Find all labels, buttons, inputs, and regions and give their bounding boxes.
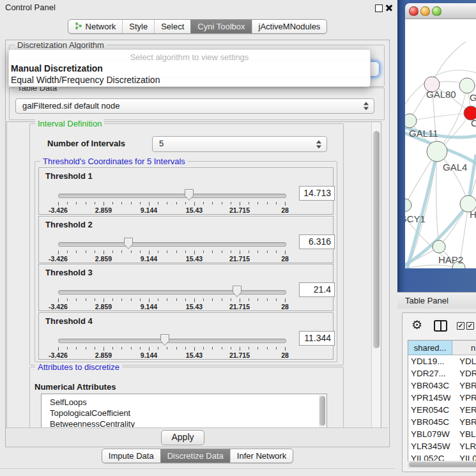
dropdown-item-equal-width-frequency-discretization[interactable]: Equal Width/Frequency Discretization: [9, 74, 370, 86]
threshold-slider-track[interactable]: [58, 194, 286, 198]
tick-mark: [285, 347, 286, 351]
network-node[interactable]: [405, 114, 417, 128]
tick-mark: [167, 250, 167, 253]
numerical-attributes-list[interactable]: SelfLoopsTopologicalCoefficientBetweenne…: [41, 394, 327, 430]
table-row[interactable]: YER054CYER0: [408, 404, 476, 416]
tick-mark: [203, 347, 204, 349]
minimize-window-icon[interactable]: [420, 6, 430, 16]
table-panel-body: ⚙ ✓ ✓ shared... n YDL19...YDL1YDR27...YD…: [402, 312, 476, 472]
tab-network[interactable]: Network: [68, 20, 123, 33]
zoom-window-icon[interactable]: [432, 6, 441, 16]
tick-mark: [267, 347, 268, 349]
cell-name: YBR0: [459, 380, 476, 392]
tab-infer-network[interactable]: Infer Network: [230, 449, 293, 463]
network-node[interactable]: [405, 199, 411, 211]
gear-icon[interactable]: ⚙: [411, 318, 422, 332]
threshold-value-field[interactable]: 21.4: [299, 282, 335, 297]
tick-mark: [95, 298, 95, 301]
float-panel-icon[interactable]: [375, 4, 383, 12]
threshold-panel-1: Threshold 1-3.4262.8599.14415.4321.71528…: [38, 167, 334, 215]
apply-button[interactable]: Apply: [161, 430, 204, 445]
close-window-icon[interactable]: [409, 6, 418, 16]
dropdown-item-manual-discretization[interactable]: Manual Discretization: [9, 63, 370, 74]
tab-impute-data[interactable]: Impute Data: [102, 449, 160, 463]
tick-label: 15.43: [178, 255, 210, 263]
tick-label: 28: [269, 303, 301, 311]
threshold-slider-track[interactable]: [58, 290, 286, 295]
network-edge[interactable]: [432, 42, 466, 84]
attribute-item-selfloops[interactable]: SelfLoops: [42, 397, 326, 408]
tick-mark: [194, 250, 195, 254]
tick-label: 2.859: [88, 351, 119, 359]
scrollpane-scrollbar[interactable]: [371, 123, 380, 427]
threshold-value-field[interactable]: 11.344: [299, 331, 335, 346]
network-canvas[interactable]: GAL80GACGAL11GAL4GCY1HHAP2: [405, 19, 476, 268]
tick-mark: [149, 347, 150, 351]
threshold-panel-2: Threshold 2-3.4262.8599.14415.4321.71528…: [38, 216, 334, 263]
threshold-slider-track[interactable]: [58, 242, 286, 247]
network-node[interactable]: [459, 78, 475, 93]
cell-name: YBR0: [459, 416, 476, 428]
algorithm-dropdown-popup: Select algorithm to view settings Manual…: [8, 49, 371, 87]
close-panel-icon[interactable]: [385, 4, 393, 12]
tick-mark: [67, 250, 68, 253]
cell-shared-name: YBR043C: [411, 380, 450, 392]
network-window-titlebar[interactable]: [405, 3, 476, 19]
table-row[interactable]: YLR345WYLR3: [408, 440, 476, 452]
tick-mark: [176, 298, 177, 301]
network-edge[interactable]: [436, 151, 439, 247]
tick-mark: [104, 347, 104, 351]
table-row[interactable]: YBR045CYBR0: [408, 416, 476, 428]
threshold-slider-track[interactable]: [58, 339, 286, 343]
network-node[interactable]: [433, 240, 445, 253]
num-intervals-combobox[interactable]: 5: [152, 136, 327, 152]
node-table: shared... n YDL19...YDL1YDR27...YDR2YBR0…: [408, 340, 476, 461]
table-hscrollbar-thumb[interactable]: [409, 462, 476, 467]
checkbox-icon[interactable]: ✓: [466, 322, 474, 330]
attribute-item-topologicalcoefficient[interactable]: TopologicalCoefficient: [42, 408, 326, 418]
tick-mark: [86, 250, 86, 253]
tab-label: jActiveMNodules: [259, 22, 321, 31]
table-row[interactable]: YDR27...YDR2: [408, 367, 476, 380]
tick-mark: [76, 298, 77, 301]
threshold-slider-handle[interactable]: [123, 237, 134, 250]
checkbox-icon[interactable]: ✓: [457, 322, 464, 330]
cell-name: YDL1: [459, 355, 476, 367]
network-node[interactable]: [427, 141, 447, 162]
tick-mark: [140, 250, 141, 253]
threshold-value-field[interactable]: 14.713: [299, 186, 335, 201]
tab-discretize-data[interactable]: Discretize Data: [160, 449, 230, 463]
table-row[interactable]: YBR043CYBR0: [408, 380, 476, 392]
threshold-slider-handle[interactable]: [160, 334, 170, 346]
network-edge[interactable]: [410, 113, 471, 121]
tick-mark: [131, 298, 132, 301]
network-icon: [75, 22, 82, 32]
tab-style[interactable]: Style: [122, 20, 154, 33]
tab-cyni-toolbox[interactable]: Cyni Toolbox: [190, 20, 251, 33]
tick-mark: [249, 347, 249, 349]
tab-select[interactable]: Select: [154, 20, 190, 33]
network-edge[interactable]: [405, 265, 459, 268]
tick-label: 21.715: [224, 255, 256, 263]
tick-label: 28: [269, 255, 301, 263]
tick-mark: [185, 298, 186, 301]
list-scrollbar-thumb[interactable]: [319, 396, 325, 426]
threshold-value-field[interactable]: 6.316: [299, 234, 335, 249]
cell-shared-name: YDL19...: [411, 355, 450, 367]
table-row[interactable]: YPR145WYPR1: [408, 392, 476, 404]
scrollpane-scrollbar-thumb[interactable]: [373, 131, 380, 348]
threshold-slider-handle[interactable]: [232, 285, 242, 298]
column-header-shared-name[interactable]: shared...: [408, 341, 452, 355]
list-scrollbar[interactable]: [319, 395, 326, 428]
column-header-name[interactable]: n: [452, 341, 476, 355]
tab-jactivemnodules[interactable]: jActiveMNodules: [252, 20, 327, 33]
apply-bar: Apply: [6, 427, 388, 446]
threshold-label: Threshold 4: [45, 316, 93, 326]
table-hscrollbar[interactable]: [408, 461, 476, 468]
table-data-combobox[interactable]: galFiltered.sif default node: [15, 98, 374, 114]
columns-icon[interactable]: [434, 320, 447, 332]
threshold-slider-handle[interactable]: [184, 188, 194, 201]
tick-mark: [149, 298, 150, 302]
table-row[interactable]: YBL079WYBL0: [408, 428, 476, 440]
table-row[interactable]: YDL19...YDL1: [408, 355, 476, 367]
